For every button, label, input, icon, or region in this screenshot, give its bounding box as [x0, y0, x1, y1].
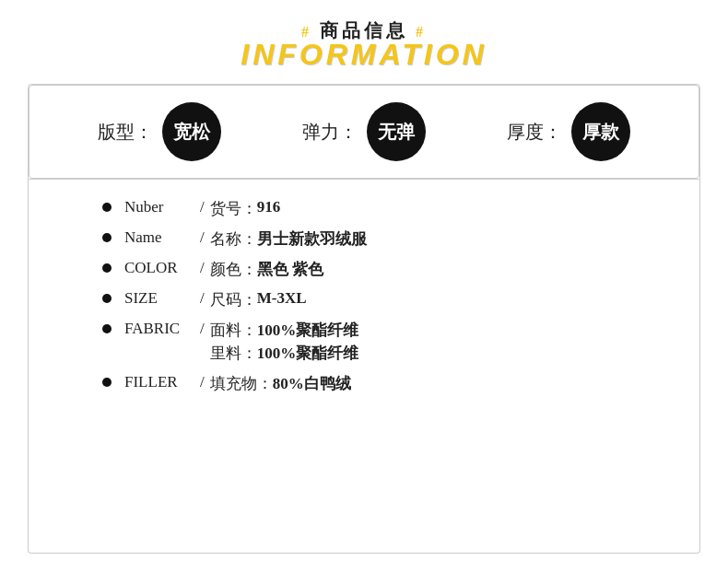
info-value: 100%聚酯纤维: [257, 320, 359, 341]
attr-tanli-badge: 无弹: [367, 102, 426, 161]
attr-banxing-label: 版型：: [98, 120, 153, 145]
info-list: Nuber / 货号： 916 Name / 名称： 男士新款羽绒服 COLOR…: [102, 198, 644, 394]
info-cn-key: 名称：: [210, 228, 257, 250]
bullet-icon: [102, 203, 112, 212]
fabric-row-1: 面料： 100%聚酯纤维: [210, 320, 359, 341]
info-sep: /: [200, 289, 205, 308]
attributes-row: 版型： 宽松 弹力： 无弹 厚度： 厚款: [29, 85, 699, 179]
info-sep: /: [200, 373, 205, 391]
info-cn-key: 货号：: [210, 198, 257, 219]
info-key-nuber: Nuber: [124, 198, 191, 216]
attr-banxing: 版型： 宽松: [98, 102, 221, 161]
bullet-icon: [102, 324, 112, 333]
info-key-filler: FILLER: [124, 373, 191, 391]
attr-banxing-badge: 宽松: [162, 102, 221, 161]
list-item: Name / 名称： 男士新款羽绒服: [102, 228, 644, 250]
bullet-icon: [102, 378, 112, 387]
info-value: M-3XL: [257, 289, 307, 308]
info-sep: /: [200, 320, 205, 338]
info-key-name: Name: [124, 228, 191, 247]
header-cn-title: # 商品信息 #: [28, 18, 700, 43]
list-item: FILLER / 填充物： 80%白鸭绒: [102, 373, 644, 394]
list-item: Nuber / 货号： 916: [102, 198, 644, 219]
page-header: # 商品信息 # INFORMATION: [28, 18, 700, 69]
info-cn-key: 颜色：: [210, 259, 257, 280]
info-key-fabric: FABRIC: [124, 320, 191, 338]
info-key-size: SIZE: [124, 289, 191, 308]
list-item: SIZE / 尺码： M-3XL: [102, 289, 644, 310]
info-value: 100%聚酯纤维: [257, 343, 359, 364]
info-sep: /: [200, 259, 205, 277]
bullet-icon: [102, 233, 112, 242]
info-cn-key: 里料：: [210, 343, 257, 364]
info-cn-key: 尺码：: [210, 289, 257, 310]
info-section: Nuber / 货号： 916 Name / 名称： 男士新款羽绒服 COLOR…: [28, 180, 700, 554]
info-cn-key: 填充物：: [210, 373, 273, 394]
hash-right: #: [408, 24, 427, 40]
info-key-color: COLOR: [124, 259, 191, 277]
attr-tanli: 弹力： 无弹: [302, 102, 426, 161]
bullet-icon: [102, 263, 112, 273]
bullet-icon: [102, 294, 112, 303]
list-item: FABRIC / 面料： 100%聚酯纤维 里料： 100%聚酯纤维: [102, 320, 644, 364]
info-sep: /: [200, 228, 205, 247]
info-cn-key: 面料：: [210, 320, 257, 341]
attr-houdu-label: 厚度：: [507, 120, 562, 145]
info-sep: /: [200, 198, 205, 216]
hash-left: #: [301, 24, 320, 40]
attr-tanli-label: 弹力：: [302, 120, 358, 145]
attr-houdu: 厚度： 厚款: [507, 102, 630, 161]
top-section: 版型： 宽松 弹力： 无弹 厚度： 厚款: [28, 84, 700, 180]
info-value: 80%白鸭绒: [273, 373, 351, 394]
fabric-sub: 面料： 100%聚酯纤维 里料： 100%聚酯纤维: [210, 320, 359, 364]
list-item: COLOR / 颜色： 黑色 紫色: [102, 259, 644, 280]
attr-houdu-badge: 厚款: [571, 102, 630, 161]
info-value: 黑色 紫色: [257, 259, 323, 280]
fabric-row-2: 里料： 100%聚酯纤维: [210, 343, 359, 364]
info-value: 男士新款羽绒服: [257, 228, 367, 250]
info-value: 916: [257, 198, 281, 216]
header-en-title: INFORMATION: [28, 40, 700, 69]
